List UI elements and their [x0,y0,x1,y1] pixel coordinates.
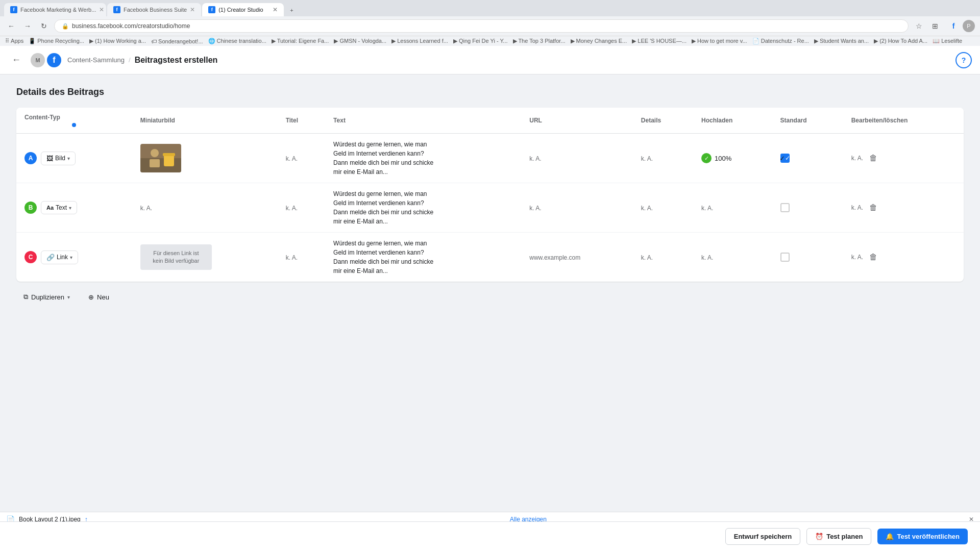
table-row: C 🔗 Link ▾ Für diesen Link ist kein Bild… [16,233,964,282]
bookmark-8[interactable]: ▶ Qing Fei De Yi - Y... [453,38,508,44]
row-a-thumbnail-cell [132,134,278,183]
row-c-text: Würdest du gerne lernen, wie man Geld im… [333,239,435,276]
row-a-text-cell: Würdest du gerne lernen, wie man Geld im… [325,134,521,183]
row-c-type-selector[interactable]: 🔗 Link ▾ [41,251,78,264]
bookmark-4[interactable]: 🌐 Chinese translatio... [208,38,266,44]
bookmark-5[interactable]: ▶ Tutorial: Eigene Fa... [272,38,329,44]
row-b-type-selector[interactable]: Aa Text ▾ [41,201,77,214]
bookmark-6[interactable]: ▶ GMSN - Vologda... [334,38,386,44]
breadcrumb-separator: / [129,56,131,64]
bookmark-3[interactable]: 🏷 Sonderangebot!... [151,38,203,44]
address-bar[interactable]: 🔒 business.facebook.com/creatorstudio/ho… [54,19,909,33]
main-content: Details des Beitrags Content-Typ Miniatu… [0,74,980,381]
back-nav-button[interactable]: ← [8,52,24,68]
col-url: URL [521,108,633,134]
tab-label-1: Facebook Marketing & Werb... [20,7,96,13]
col-miniaturbild: Miniaturbild [132,108,278,134]
bookmark-9[interactable]: ▶ The Top 3 Platfor... [513,38,566,44]
row-b-delete-button[interactable]: 🗑 [867,201,879,214]
row-b-upload-cell: k. A. [693,183,772,233]
duplicate-button[interactable]: ⧉ Duplizieren ▾ [18,290,75,304]
col-titel: Titel [278,108,325,134]
row-c-checkbox[interactable] [780,253,790,262]
row-b-type-chevron: ▾ [69,205,71,211]
bookmark-13[interactable]: 📄 Datenschutz - Re... [752,38,809,44]
tab-close-2[interactable]: ✕ [190,6,195,13]
reload-button[interactable]: ↻ [38,20,50,32]
row-c-titel-cell: k. A. [278,233,325,282]
section-title: Details des Beitrags [16,87,964,97]
extensions-button[interactable]: ⊞ [929,20,941,32]
row-c-delete-button[interactable]: 🗑 [867,251,879,264]
breadcrumb-parent[interactable]: Content-Sammlung [67,56,125,64]
row-a-delete-button[interactable]: 🗑 [867,152,879,165]
bookmark-16[interactable]: 📖 Leselifte [933,38,962,44]
tab-label-2: Facebook Business Suite [124,7,187,13]
tab-close-3[interactable]: ✕ [273,6,278,13]
profile-icon[interactable]: P [963,20,975,32]
row-a-type-selector[interactable]: 🖼 Bild ▾ [41,152,76,165]
bookmark-14[interactable]: ▶ Student Wants an... [814,38,869,44]
col-indicator [72,123,76,127]
row-c-upload-cell: k. A. [693,233,772,282]
forward-button[interactable]: → [21,20,34,32]
bookmark-2[interactable]: ▶ (1) How Working a... [89,38,146,44]
bookmark-10[interactable]: ▶ Money Changes E... [571,38,627,44]
svg-rect-3 [150,159,160,167]
fb-icon[interactable]: f [947,20,960,32]
new-button[interactable]: ⊕ Neu [83,290,114,304]
row-a-url: k. A. [529,155,541,162]
browser-actions: f P [947,20,975,32]
row-a-standard-cell: ✓ [772,134,843,183]
row-b-text: Würdest du gerne lernen, wie man Geld im… [333,189,435,226]
tab-close-1[interactable]: ✕ [99,6,104,13]
svg-point-2 [151,149,159,157]
browser-tab-2[interactable]: f Facebook Business Suite ✕ [107,3,201,16]
col-bearbeiten: Bearbeiten/löschen [843,108,964,134]
bookmark-12[interactable]: ▶ How to get more v... [692,38,747,44]
col-hochladen: Hochladen [693,108,772,134]
bookmark-11[interactable]: ▶ LEE 'S HOUSE—... [632,38,687,44]
row-a-bearbeiten-text: k. A. [851,155,863,162]
row-c-bearbeiten-text: k. A. [851,254,863,261]
row-b-details-cell: k. A. [633,183,693,233]
col-details: Details [633,108,693,134]
star-button[interactable]: ☆ [913,20,925,32]
browser-tab-3[interactable]: f (1) Creator Studio ✕ [202,3,284,16]
tab-label-3: (1) Creator Studio [218,7,263,13]
row-a-bearbeiten-cell: k. A. 🗑 [843,134,964,183]
row-b-url-cell: k. A. [521,183,633,233]
table-row: B Aa Text ▾ k. A. k. A. Würdest du ge [16,183,964,233]
duplicate-label: Duplizieren [31,293,64,301]
page-title: Beitragstest erstellen [135,56,218,65]
new-tab-button[interactable]: + [285,4,298,16]
row-a-checkbox[interactable]: ✓ [780,154,790,163]
row-b-type-label: Text [56,204,67,211]
row-b-checkbox[interactable] [780,203,790,212]
bookmark-apps[interactable]: ⠿ Apps [5,38,23,44]
row-a-content-type-cell: A 🖼 Bild ▾ [16,134,132,183]
row-c-url: www.example.com [529,254,580,261]
content-table: Content-Typ Miniaturbild Titel Text URL … [16,108,964,282]
browser-tab-1[interactable]: f Facebook Marketing & Werb... ✕ [4,3,106,16]
row-c-actions: k. A. 🗑 [851,251,955,264]
row-c-details-cell: k. A. [633,233,693,282]
row-b-titel-cell: k. A. [278,183,325,233]
bookmark-bar: ⠿ Apps 📱 Phone Recycling... ▶ (1) How Wo… [0,36,980,46]
row-a-check-circle: ✓ [701,153,712,163]
svg-rect-5 [163,153,175,156]
row-b-type-wrapper: B Aa Text ▾ [24,201,124,214]
row-c-upload: k. A. [701,254,713,261]
row-c-type-chevron: ▾ [70,255,72,260]
bookmark-15[interactable]: ▶ (2) How To Add A... [874,38,927,44]
row-b-titel: k. A. [286,205,298,212]
row-c-text-cell: Würdest du gerne lernen, wie man Geld im… [325,233,521,282]
bookmark-7[interactable]: ▶ Lessons Learned f... [391,38,448,44]
help-button[interactable]: ? [955,52,972,68]
row-c-type-wrapper: C 🔗 Link ▾ [24,251,124,264]
row-b-actions: k. A. 🗑 [851,201,955,214]
tab-favicon-1: f [10,6,17,13]
bookmark-1[interactable]: 📱 Phone Recycling... [29,38,84,44]
breadcrumb: Content-Sammlung / Beitragstest erstelle… [67,56,217,65]
back-button[interactable]: ← [5,20,17,32]
